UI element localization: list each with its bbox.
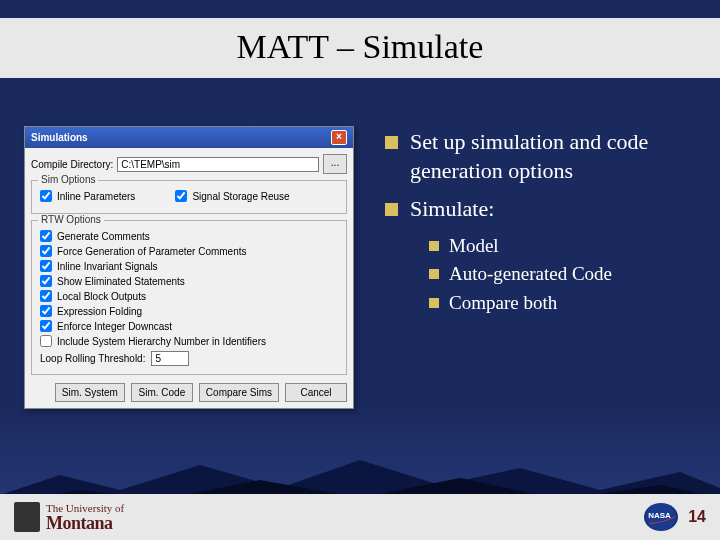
- rtw-options-group: RTW Options Generate Comments Force Gene…: [31, 220, 347, 375]
- loop-threshold-label: Loop Rolling Threshold:: [40, 353, 145, 364]
- loop-threshold-input[interactable]: [151, 351, 189, 366]
- compile-dir-input[interactable]: [117, 157, 319, 172]
- force-param-checkbox[interactable]: Force Generation of Parameter Comments: [40, 245, 338, 257]
- page-number: 14: [688, 508, 706, 526]
- compile-dir-label: Compile Directory:: [31, 159, 113, 170]
- signal-reuse-checkbox[interactable]: Signal Storage Reuse: [175, 190, 289, 202]
- inline-params-checkbox[interactable]: Inline Parameters: [40, 190, 135, 202]
- bullet-icon: [429, 269, 439, 279]
- include-hierarchy-checkbox[interactable]: Include System Hierarchy Number in Ident…: [40, 335, 338, 347]
- logo-mark-icon: [14, 502, 40, 532]
- simulation-dialog: Simulations × Compile Directory: ... Sim…: [24, 126, 354, 409]
- bullet-icon: [385, 136, 398, 149]
- footer: The University of Montana NASA 14: [0, 494, 720, 540]
- logo-line1: The University of: [46, 503, 124, 514]
- dialog-titlebar[interactable]: Simulations ×: [25, 127, 353, 148]
- university-logo: The University of Montana: [14, 502, 124, 532]
- sim-options-legend: Sim Options: [38, 174, 98, 185]
- compare-sims-button[interactable]: Compare Sims: [199, 383, 279, 402]
- sim-code-button[interactable]: Sim. Code: [131, 383, 193, 402]
- gen-comments-checkbox[interactable]: Generate Comments: [40, 230, 338, 242]
- logo-line2: Montana: [46, 514, 124, 532]
- sub-bullet-text: Auto-generated Code: [449, 262, 612, 287]
- inline-invariant-checkbox[interactable]: Inline Invariant Signals: [40, 260, 338, 272]
- bullet-icon: [429, 298, 439, 308]
- dialog-title-text: Simulations: [31, 132, 88, 143]
- bullet-icon: [429, 241, 439, 251]
- nasa-icon: NASA: [644, 503, 678, 531]
- sub-bullet-text: Model: [449, 234, 499, 259]
- bullet-icon: [385, 203, 398, 216]
- bullet-text: Simulate:: [410, 195, 494, 224]
- browse-button[interactable]: ...: [323, 154, 347, 174]
- sim-system-button[interactable]: Sim. System: [55, 383, 125, 402]
- expression-folding-checkbox[interactable]: Expression Folding: [40, 305, 338, 317]
- enforce-integer-checkbox[interactable]: Enforce Integer Downcast: [40, 320, 338, 332]
- show-eliminated-checkbox[interactable]: Show Eliminated Statements: [40, 275, 338, 287]
- cancel-button[interactable]: Cancel: [285, 383, 347, 402]
- bullet-list: Set up simulation and code generation op…: [385, 128, 695, 320]
- sim-options-group: Sim Options Inline Parameters Signal Sto…: [31, 180, 347, 214]
- close-icon[interactable]: ×: [331, 130, 347, 145]
- page-title: MATT – Simulate: [237, 28, 484, 65]
- bullet-text: Set up simulation and code generation op…: [410, 128, 695, 185]
- rtw-options-legend: RTW Options: [38, 214, 104, 225]
- sub-bullet-text: Compare both: [449, 291, 557, 316]
- local-block-checkbox[interactable]: Local Block Outputs: [40, 290, 338, 302]
